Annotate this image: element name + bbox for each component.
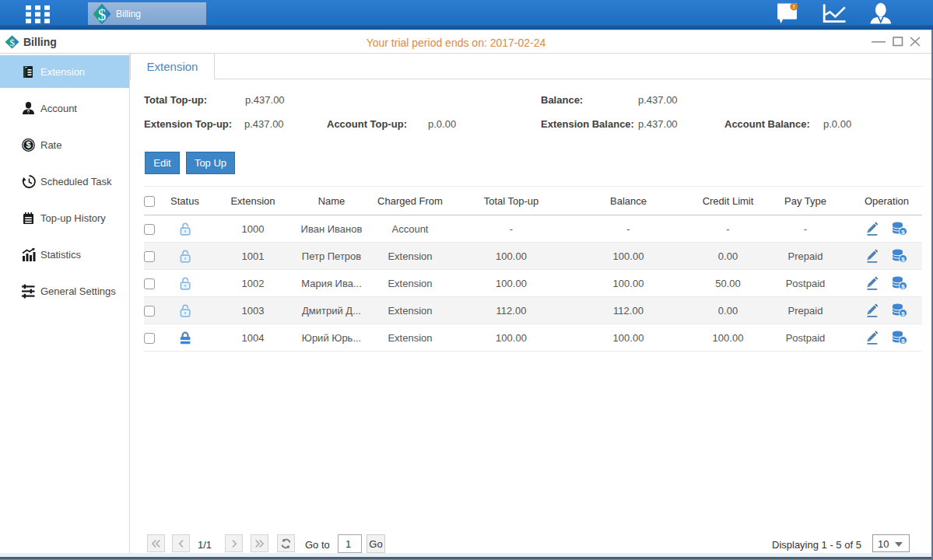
svg-text:$: $ (901, 338, 905, 345)
svg-text:$: $ (26, 140, 30, 149)
svg-text:$: $ (901, 229, 905, 236)
svg-text:$: $ (98, 5, 107, 23)
svg-text:!: ! (793, 3, 795, 10)
svg-text:$: $ (901, 283, 905, 290)
svg-text:$: $ (901, 256, 905, 263)
svg-text:$: $ (901, 310, 905, 317)
